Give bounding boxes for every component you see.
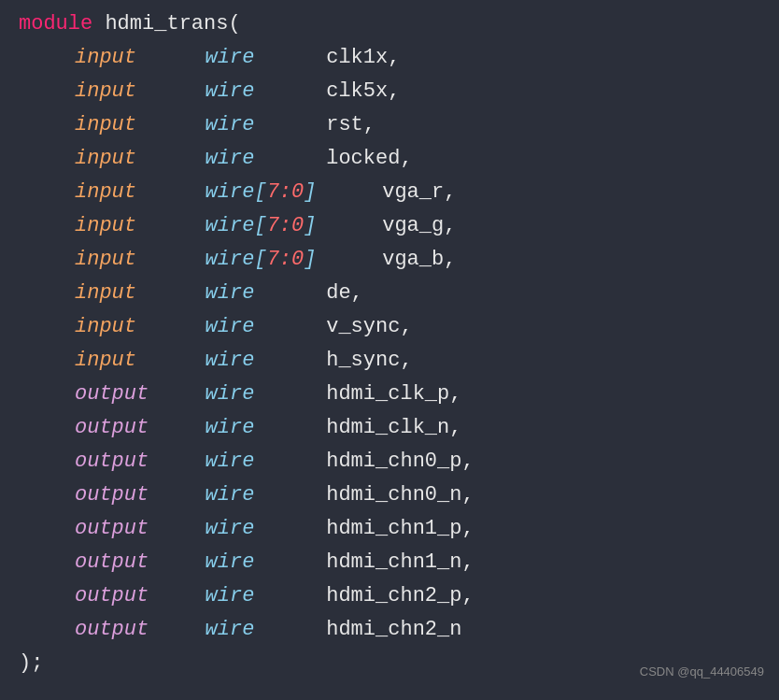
port-line: input wire clk5x, — [19, 75, 760, 108]
input-keyword: input — [75, 277, 168, 310]
signal-name: v_sync, — [326, 310, 412, 344]
output-keyword: output — [75, 512, 168, 546]
wire-keyword: wire — [205, 613, 290, 647]
signal-name: clk1x, — [326, 41, 400, 75]
signal-name: hdmi_chn1_p, — [326, 512, 474, 546]
output-keyword: output — [75, 613, 168, 647]
output-keyword: output — [75, 546, 168, 579]
wire-keyword: wire — [205, 512, 290, 546]
close-paren: ); — [19, 647, 43, 680]
wire-keyword: wire[7:0] — [205, 243, 346, 277]
output-keyword: output — [75, 445, 168, 479]
code-block: module hdmi_trans ( input wire clk1x,inp… — [0, 0, 779, 690]
input-keyword: input — [75, 41, 168, 75]
port-line: output wire hdmi_chn2_p, — [19, 579, 760, 613]
wire-keyword: wire[7:0] — [205, 209, 346, 243]
signal-name: rst, — [326, 108, 375, 142]
wire-keyword: wire — [205, 344, 290, 378]
signal-name: clk5x, — [326, 75, 400, 108]
signal-name: locked, — [326, 142, 412, 176]
signal-name: hdmi_clk_n, — [326, 411, 461, 445]
wire-keyword: wire — [205, 108, 290, 142]
port-line: input wire de, — [19, 277, 760, 310]
wire-keyword: wire — [205, 41, 290, 75]
signal-name: hdmi_chn0_p, — [326, 445, 474, 479]
port-line: output wire hdmi_chn1_n, — [19, 546, 760, 579]
port-line: output wire hdmi_chn2_n — [19, 613, 760, 647]
input-keyword: input — [75, 176, 168, 209]
input-keyword: input — [75, 243, 168, 277]
input-keyword: input — [75, 310, 168, 344]
wire-keyword: wire — [205, 546, 290, 579]
wire-keyword: wire[7:0] — [205, 176, 346, 209]
signal-name: vga_r, — [382, 176, 456, 209]
wire-keyword: wire — [205, 445, 290, 479]
output-keyword: output — [75, 411, 168, 445]
port-line: input wire[7:0] vga_b, — [19, 243, 760, 277]
port-line: input wire h_sync, — [19, 344, 760, 378]
signal-name: hdmi_clk_p, — [326, 378, 461, 411]
port-line: output wire hdmi_chn1_p, — [19, 512, 760, 546]
port-line: input wire[7:0] vga_r, — [19, 176, 760, 209]
signal-name: hdmi_chn1_n, — [326, 546, 474, 579]
wire-keyword: wire — [205, 75, 290, 108]
port-line: output wire hdmi_clk_n, — [19, 411, 760, 445]
port-line: input wire clk1x, — [19, 41, 760, 75]
signal-name: vga_g, — [382, 209, 456, 243]
signal-name: hdmi_chn2_p, — [326, 579, 474, 613]
wire-keyword: wire — [205, 579, 290, 613]
output-keyword: output — [75, 479, 168, 512]
port-line: output wire hdmi_chn0_n, — [19, 479, 760, 512]
signal-name: vga_b, — [382, 243, 456, 277]
port-lines: input wire clk1x,input wire clk5x,input … — [19, 41, 760, 647]
port-line: input wire locked, — [19, 142, 760, 176]
wire-keyword: wire — [205, 411, 290, 445]
port-line: input wire rst, — [19, 108, 760, 142]
signal-name: de, — [326, 277, 363, 310]
port-line: input wire v_sync, — [19, 310, 760, 344]
output-keyword: output — [75, 378, 168, 411]
output-keyword: output — [75, 579, 168, 613]
wire-keyword: wire — [205, 277, 290, 310]
signal-name: hdmi_chn0_n, — [326, 479, 474, 512]
wire-keyword: wire — [205, 378, 290, 411]
input-keyword: input — [75, 108, 168, 142]
wire-keyword: wire — [205, 310, 290, 344]
module-keyword: module — [19, 7, 92, 41]
wire-keyword: wire — [205, 142, 290, 176]
watermark: CSDN @qq_44406549 — [640, 655, 764, 689]
module-name: hdmi_trans — [105, 7, 228, 41]
input-keyword: input — [75, 142, 168, 176]
signal-name: hdmi_chn2_n — [326, 613, 461, 647]
port-line: output wire hdmi_chn0_p, — [19, 445, 760, 479]
port-line: output wire hdmi_clk_p, — [19, 378, 760, 411]
module-line: module hdmi_trans ( — [19, 7, 760, 41]
input-keyword: input — [75, 75, 168, 108]
open-paren: ( — [228, 7, 240, 41]
signal-name: h_sync, — [326, 344, 412, 378]
port-line: input wire[7:0] vga_g, — [19, 209, 760, 243]
input-keyword: input — [75, 209, 168, 243]
input-keyword: input — [75, 344, 168, 378]
wire-keyword: wire — [205, 479, 290, 512]
